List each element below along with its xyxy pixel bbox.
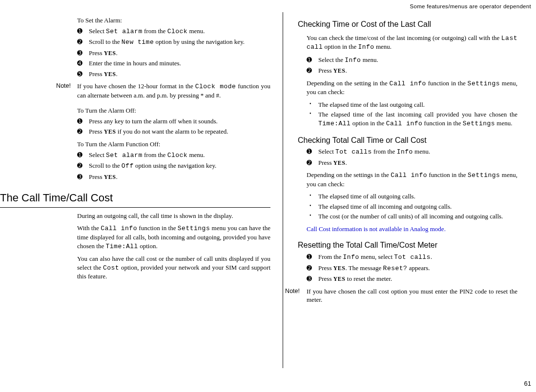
check-total-steps: ➊Select Tot calls from the Info menu. ➋P… xyxy=(307,147,517,167)
text: . xyxy=(346,67,347,74)
note-text: If you have chosen the call cost option … xyxy=(307,287,517,304)
paragraph: You can check the time/cost of the last … xyxy=(307,34,517,52)
alarm-func-off-steps: ➊Select Set alarm from the Clock menu. ➋… xyxy=(77,151,270,181)
lcd-text: Clock xyxy=(167,152,188,159)
lcd-text: Info xyxy=(397,148,413,156)
text: to reset the meter. xyxy=(346,275,392,282)
text: . xyxy=(431,253,432,260)
keycap: YES xyxy=(333,67,346,74)
text: From the xyxy=(318,253,343,260)
text: Press xyxy=(318,67,333,74)
check-total-bullets: The elapsed time of all outgoing calls. … xyxy=(307,192,517,221)
text: . The message xyxy=(346,264,383,272)
lcd-text: New time xyxy=(122,39,154,46)
text: . xyxy=(116,49,118,57)
note-label: Note! xyxy=(12,82,71,90)
section-call-time-cost: The Call Time/Call Cost xyxy=(0,191,270,208)
paragraph: Depending on the setting in the Call inf… xyxy=(307,79,517,97)
check-last-steps: ➊Select the Info menu. ➋Press YES. xyxy=(307,56,517,75)
text: Scroll to the xyxy=(89,162,122,169)
lcd-text: Tot calls xyxy=(394,254,431,261)
text: option using the navigation key. xyxy=(134,162,217,169)
text: Select xyxy=(89,151,106,158)
text: Press xyxy=(89,128,104,135)
text: Enter the time in hours and minutes. xyxy=(89,59,181,67)
text: if you do not want the alarm to be repea… xyxy=(116,128,228,135)
lcd-text: Set alarm xyxy=(106,28,143,35)
subsection-check-total: Checking Total Call Time or Call Cost xyxy=(298,135,517,146)
keycap: YES xyxy=(104,71,116,78)
lcd-text: Info xyxy=(345,57,361,64)
text: menu. xyxy=(361,56,378,63)
text: from the xyxy=(143,27,167,35)
subsection-check-last: Checking Time or Cost of the Last Call xyxy=(298,19,517,30)
list-item: The elapsed time of the last outgoing ca… xyxy=(307,100,517,109)
text: option by using the navigation key. xyxy=(154,38,245,45)
text: Press any key to turn the alarm off when… xyxy=(89,118,218,125)
text: menu, select xyxy=(359,253,394,260)
text: menu. xyxy=(187,151,205,158)
paragraph: Depending on the settings in the Call in… xyxy=(307,171,517,188)
list-item: The elapsed time of all incoming and out… xyxy=(307,202,517,211)
page-content: To Set the Alarm: ➊Select Set alarm from… xyxy=(0,0,536,371)
text: . xyxy=(116,70,118,78)
keycap: YES xyxy=(333,275,346,282)
text: . xyxy=(346,159,347,166)
list-item: The elapsed time of all outgoing calls. xyxy=(307,192,517,201)
reset-steps: ➊From the Info menu, select Tot calls. ➋… xyxy=(307,253,517,283)
text: Press xyxy=(89,49,104,57)
text: from the xyxy=(143,151,167,158)
keycap: YES xyxy=(104,174,116,180)
text: from the xyxy=(372,148,397,155)
keycap: YES xyxy=(333,159,346,166)
text: Select the xyxy=(318,56,345,63)
text: . xyxy=(116,173,118,180)
text: menu. xyxy=(187,27,205,35)
keycap: YES xyxy=(104,50,116,57)
text: Select xyxy=(318,148,335,155)
lcd-text: Set alarm xyxy=(106,152,143,159)
lcd-text: Reset? xyxy=(383,265,408,272)
alarm-func-off-heading: To Turn the Alarm Function Off: xyxy=(77,140,270,149)
text: Press xyxy=(318,159,333,166)
alarm-off-heading: To Turn the Alarm Off: xyxy=(77,106,270,115)
text: appears. xyxy=(407,264,430,272)
set-alarm-steps: ➊Select Set alarm from the Clock menu. ➋… xyxy=(77,27,270,78)
text: Select xyxy=(89,27,106,35)
left-column: To Set the Alarm: ➊Select Set alarm from… xyxy=(0,12,283,368)
text: Press xyxy=(318,275,333,282)
right-column: Checking Time or Cost of the Last Call Y… xyxy=(283,12,522,368)
check-last-bullets: The elapsed time of the last outgoing ca… xyxy=(307,100,517,128)
note-text: If you have chosen the 12-hour format in… xyxy=(77,82,270,99)
alarm-off-steps: ➊Press any key to turn the alarm off whe… xyxy=(77,117,270,136)
list-item: The cost (or the number of call units) o… xyxy=(307,212,517,221)
keycap: YES xyxy=(104,128,116,135)
analog-mode-note: Call Cost information is not available i… xyxy=(307,225,517,234)
text: Press xyxy=(318,264,333,272)
paragraph: With the Call info function in the Setti… xyxy=(77,224,270,251)
text: Scroll to the xyxy=(89,38,122,45)
lcd-text: Clock xyxy=(167,28,188,35)
text: Press xyxy=(89,70,104,78)
note-label: Note! xyxy=(277,287,300,295)
text: menu. xyxy=(413,148,430,155)
lcd-text: Info xyxy=(343,254,359,261)
paragraph: During an outgoing call, the call time i… xyxy=(77,212,270,220)
paragraph: You can also have the call cost or the n… xyxy=(77,255,270,281)
page-number: 61 xyxy=(524,379,531,388)
set-alarm-heading: To Set the Alarm: xyxy=(77,16,270,25)
header-note: Some features/menus are operator depende… xyxy=(410,3,531,11)
keycap: YES xyxy=(333,265,346,272)
text: Press xyxy=(89,173,104,180)
lcd-text: Off xyxy=(122,162,134,170)
list-item: The elapsed time of the last incoming ca… xyxy=(307,110,517,128)
subsection-reset: Resetting the Total Call Time/Cost Meter xyxy=(298,240,517,251)
lcd-text: Tot calls xyxy=(335,148,372,156)
